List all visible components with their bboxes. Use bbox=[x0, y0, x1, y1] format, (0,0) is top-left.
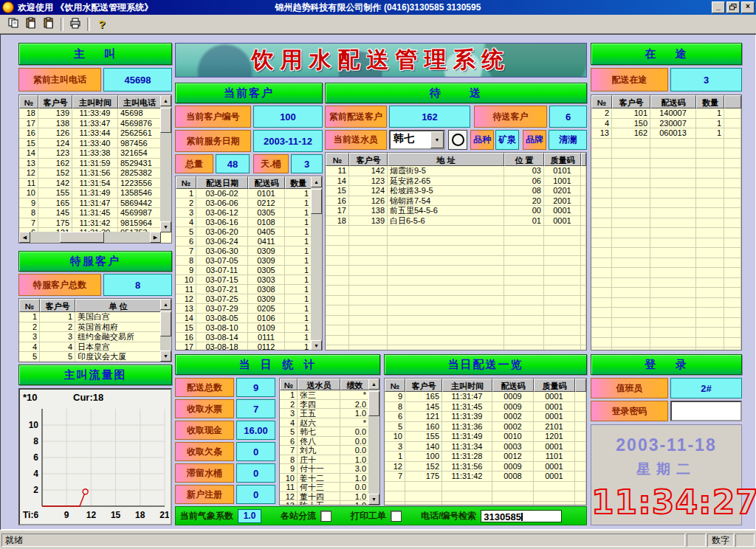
table-row[interactable]: 110011:31:2800121101 bbox=[385, 452, 586, 462]
table-row[interactable] bbox=[591, 338, 741, 348]
table-row[interactable]: 3王五1.0 bbox=[280, 409, 369, 418]
table-row[interactable]: 16126锦朝路7-54202001 bbox=[326, 196, 586, 207]
table-row[interactable] bbox=[326, 325, 586, 336]
table-row[interactable]: 1603-08-1401111 bbox=[176, 333, 312, 342]
scroll-down-button[interactable]: ▼ bbox=[160, 351, 171, 362]
grid-col-header[interactable]: № bbox=[19, 299, 40, 312]
scrollbar-track[interactable] bbox=[311, 187, 322, 340]
table-row[interactable]: 1612611:33:442562561 bbox=[19, 128, 161, 139]
table-row[interactable]: 1813911:33:4945698 bbox=[19, 108, 161, 119]
table-row[interactable]: 17138前五里54-5-6000001 bbox=[326, 206, 586, 216]
scrollbar-thumb[interactable] bbox=[368, 391, 379, 416]
table-row[interactable] bbox=[326, 336, 586, 346]
table-row[interactable] bbox=[326, 246, 586, 256]
table-row[interactable]: 9付十一3.0 bbox=[280, 464, 369, 474]
table-row[interactable]: 717511:31:429815964 bbox=[19, 218, 161, 229]
circle-button[interactable] bbox=[448, 130, 467, 150]
scrollbar-thumb[interactable] bbox=[160, 311, 171, 336]
grid-col-header[interactable]: 客户号 bbox=[38, 95, 72, 108]
table-row[interactable]: 6佟八0.0 bbox=[280, 437, 369, 446]
table-row[interactable] bbox=[591, 248, 741, 258]
table-row[interactable] bbox=[326, 256, 586, 266]
table-row[interactable] bbox=[591, 318, 741, 328]
table-row[interactable]: 916511:31:4700090001 bbox=[385, 392, 586, 402]
table-row[interactable]: 41502300071 bbox=[591, 119, 741, 129]
grid-col-header[interactable]: 客户号 bbox=[40, 299, 75, 312]
scrollbar-track[interactable] bbox=[160, 310, 171, 351]
scroll-up-button[interactable]: ▲ bbox=[311, 176, 322, 187]
search-input[interactable]: 3130585 bbox=[481, 510, 562, 522]
table-row[interactable]: 1713811:33:474569876 bbox=[19, 119, 161, 129]
scrollbar-track[interactable] bbox=[30, 232, 150, 243]
table-row[interactable]: 1512411:33:40987456 bbox=[19, 139, 161, 149]
caller-table-hscrollbar[interactable]: ◀▶ bbox=[19, 232, 161, 243]
grid-col-header[interactable]: 绩效 bbox=[340, 379, 369, 390]
station-split-checkbox[interactable] bbox=[320, 511, 331, 522]
table-row[interactable] bbox=[591, 139, 741, 149]
table-row[interactable] bbox=[385, 491, 586, 502]
print-button[interactable] bbox=[66, 16, 84, 32]
password-input[interactable] bbox=[670, 401, 742, 421]
table-row[interactable] bbox=[591, 348, 741, 350]
table-row[interactable]: 1103-07-2103081 bbox=[176, 285, 312, 294]
table-row[interactable]: 44日本皇宫 bbox=[19, 342, 161, 353]
table-row[interactable]: 314011:31:3400030001 bbox=[385, 442, 586, 452]
grid-col-header[interactable]: 质量码 bbox=[544, 153, 581, 166]
table-row[interactable] bbox=[326, 276, 586, 286]
table-row[interactable] bbox=[591, 148, 741, 159]
table-row[interactable] bbox=[326, 305, 586, 316]
table-row[interactable]: 1215211:31:562825382 bbox=[19, 168, 161, 179]
table-row[interactable]: 103-06-0201011 bbox=[176, 189, 312, 198]
table-row[interactable] bbox=[591, 228, 741, 238]
scroll-up-button[interactable]: ▲ bbox=[160, 95, 171, 106]
table-row[interactable]: 1015511:31:4900101201 bbox=[385, 432, 586, 442]
table-row[interactable] bbox=[591, 208, 741, 218]
table-row[interactable] bbox=[326, 226, 586, 236]
table-row[interactable]: 18139白日6-5-6010001 bbox=[326, 216, 586, 227]
table-row[interactable]: 814511:31:454569987 bbox=[19, 208, 161, 218]
table-row[interactable] bbox=[326, 345, 586, 350]
table-row[interactable]: 1203-07-2503091 bbox=[176, 294, 312, 304]
table-row[interactable]: 303-06-1203051 bbox=[176, 208, 312, 218]
scroll-down-button[interactable]: ▼ bbox=[160, 221, 171, 232]
grid-col-header[interactable]: 数量 bbox=[285, 176, 312, 189]
table-row[interactable]: 2李四2.0 bbox=[280, 400, 369, 410]
table-row[interactable]: 814511:31:4500090001 bbox=[385, 402, 586, 412]
table-row[interactable] bbox=[591, 308, 741, 318]
table-row[interactable] bbox=[591, 278, 741, 289]
table-row[interactable]: 916511:31:475869442 bbox=[19, 198, 161, 209]
table-row[interactable]: 1114211:31:541223556 bbox=[19, 179, 161, 189]
grid-col-header[interactable]: 主叫电话 bbox=[118, 95, 161, 108]
grid-col-header[interactable]: 配送码 bbox=[492, 379, 534, 392]
scroll-up-button[interactable]: ▲ bbox=[368, 379, 379, 390]
grid-col-header[interactable]: 主叫时间 bbox=[72, 95, 118, 108]
app-icon[interactable] bbox=[2, 1, 14, 13]
table-row[interactable]: 15124松坡路3-9-5080201 bbox=[326, 186, 586, 196]
table-row[interactable]: 1412311:33:38321654 bbox=[19, 148, 161, 159]
grid-col-header[interactable]: № bbox=[280, 379, 298, 390]
grid-col-header[interactable]: 配送日期 bbox=[196, 176, 248, 189]
grid-col-header[interactable]: 配送码 bbox=[650, 95, 696, 108]
table-row[interactable]: 1403-08-0501061 bbox=[176, 314, 312, 323]
table-row[interactable]: 5韩七0.0 bbox=[280, 427, 369, 437]
table-row[interactable]: 131620600131 bbox=[591, 128, 741, 139]
table-row[interactable]: 7刘九0.0 bbox=[280, 446, 369, 455]
grid-col-header[interactable]: 主叫时间 bbox=[442, 379, 492, 392]
grid-col-header[interactable]: 地 址 bbox=[388, 153, 504, 166]
scrollbar-thumb[interactable] bbox=[160, 108, 171, 133]
table-row[interactable] bbox=[591, 238, 741, 249]
table-row[interactable]: 703-06-3003091 bbox=[176, 246, 312, 256]
current-table-vscrollbar[interactable]: ▲▼ bbox=[311, 176, 322, 351]
grid-col-header[interactable]: № bbox=[385, 379, 405, 392]
scroll-left-button[interactable]: ◀ bbox=[19, 232, 30, 243]
table-row[interactable]: 1张三* bbox=[280, 390, 369, 400]
table-row[interactable]: 13陈十五1.0 bbox=[280, 501, 369, 505]
table-row[interactable]: 1003-07-1503031 bbox=[176, 275, 312, 285]
special-table-vscrollbar[interactable]: ▲▼ bbox=[160, 299, 171, 362]
caller-table-vscrollbar[interactable]: ▲▼ bbox=[160, 95, 171, 232]
table-row[interactable] bbox=[326, 296, 586, 306]
grid-col-header[interactable]: № bbox=[326, 153, 349, 166]
table-row[interactable]: 14123延安路2-65061001 bbox=[326, 176, 586, 187]
table-row[interactable]: 22英国首相府 bbox=[19, 322, 161, 333]
grid-col-header[interactable]: 配送码 bbox=[248, 176, 285, 189]
